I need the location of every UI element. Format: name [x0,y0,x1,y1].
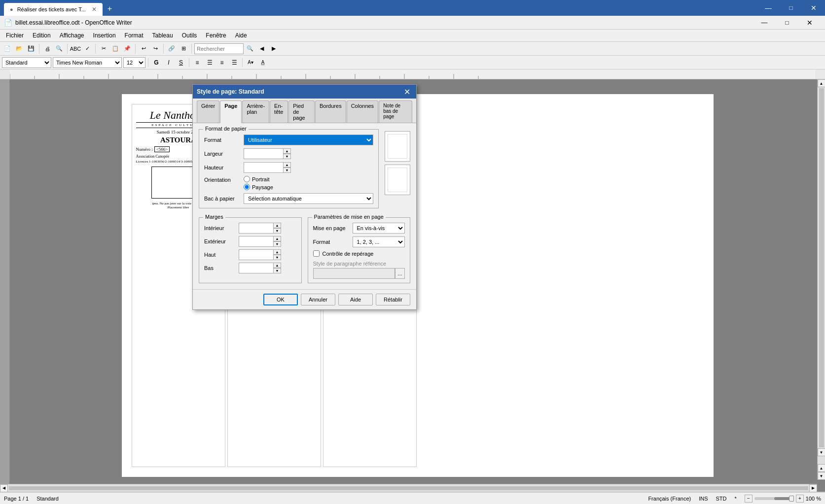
tab-page[interactable]: Page [220,101,242,123]
haut-up[interactable]: ▲ [273,249,281,255]
bas-up[interactable]: ▲ [273,263,281,268]
hauteur-up[interactable]: ▲ [283,162,291,168]
zoom-in[interactable]: + [796,495,804,503]
bas-spinner[interactable]: 0,00 cm ▲ ▼ [239,263,281,273]
tb-print[interactable]: 🖨 [42,43,53,54]
right-scrollbar[interactable]: ▲ ▼ ▲ ▼ [817,79,825,480]
browser-close[interactable]: ✕ [802,0,825,16]
tab-en-tete[interactable]: En-tête [270,101,288,123]
aide-button[interactable]: Aide [338,294,373,305]
new-tab-button[interactable]: + [105,4,115,13]
tb-preview[interactable]: 🔍 [54,43,65,54]
format-num-select[interactable]: 1, 2, 3, ... i, ii, iii, ... I, II, III,… [353,236,405,247]
interieur-down[interactable]: ▼ [273,228,281,234]
tb-search-fwd[interactable]: ▶ [268,43,279,54]
app-maximize[interactable]: □ [776,16,798,30]
ok-button[interactable]: OK [263,294,298,305]
tab-pied-de-page[interactable]: Pied de page [288,101,315,123]
tab-gerer[interactable]: Gérer [197,101,219,123]
underline-button[interactable]: S [176,57,186,68]
menu-outils[interactable]: Outils [178,31,201,40]
exterieur-spinner[interactable]: 0,00 cm ▲ ▼ [239,236,281,247]
browser-maximize[interactable]: □ [780,0,802,16]
style-para-browse[interactable]: … [395,268,405,279]
tb-search[interactable]: 🔍 [245,43,255,54]
dialog-close-button[interactable]: ✕ [402,87,412,97]
scroll-thumb[interactable] [819,88,824,447]
menu-edition[interactable]: Edition [29,31,55,40]
menu-fenetre[interactable]: Fenêtre [202,31,230,40]
scroll-right[interactable]: ▶ [809,484,817,492]
align-left[interactable]: ≡ [192,57,203,68]
tb-hyperlink[interactable]: 🔗 [166,43,177,54]
bas-down[interactable]: ▼ [273,268,281,273]
tb-spell[interactable]: ABC [70,43,81,54]
portrait-option[interactable]: Portrait [244,176,273,182]
tab-note-bas[interactable]: Note de bas de page [379,101,412,123]
menu-fichier[interactable]: Fichier [2,31,28,40]
menu-format[interactable]: Format [121,31,147,40]
menu-aide[interactable]: Aide [231,31,251,40]
bas-input[interactable]: 0,00 cm [239,263,273,273]
scroll-next[interactable]: ▼ [818,472,825,480]
hauteur-spinner[interactable]: 7,44 cm ▲ ▼ [244,162,291,173]
browser-minimize[interactable]: — [757,0,780,16]
tb-copy[interactable]: 📋 [110,43,121,54]
scroll-up[interactable]: ▲ [818,79,825,87]
bottom-scrollbar[interactable]: ◀ ▶ [0,484,817,492]
interieur-input[interactable]: 0,00 cm [239,223,273,234]
app-minimize[interactable]: — [753,16,776,30]
interieur-spinner[interactable]: 0,00 cm ▲ ▼ [239,223,281,234]
tb-redo[interactable]: ↪ [150,43,161,54]
style-para-input[interactable] [313,268,395,279]
portrait-radio[interactable] [244,176,250,182]
menu-affichage[interactable]: Affichage [56,31,88,40]
font-color[interactable]: A [257,57,268,68]
size-select[interactable]: 12 [123,57,145,68]
menu-tableau[interactable]: Tableau [148,31,177,40]
tb-new[interactable]: 📄 [2,43,13,54]
zoom-slider[interactable] [754,497,794,500]
haut-spinner[interactable]: 0,00 cm ▲ ▼ [239,249,281,260]
font-select[interactable]: Times New Roman [53,57,122,68]
tb-spell2[interactable]: ✓ [82,43,93,54]
largeur-spinner[interactable]: 19,45 cm ▲ ▼ [244,148,291,159]
tab-colonnes[interactable]: Colonnes [347,101,378,123]
scroll-down[interactable]: ▼ [818,448,825,456]
zoom-out[interactable]: − [745,495,753,503]
highlight-color[interactable]: A▾ [245,57,256,68]
tb-save[interactable]: 💾 [26,43,36,54]
largeur-input[interactable]: 19,45 cm [244,148,283,159]
tab-close-icon[interactable]: ✕ [92,6,97,13]
tb-search-back[interactable]: ◀ [256,43,267,54]
paysage-radio[interactable] [244,184,250,190]
haut-down[interactable]: ▼ [273,255,281,260]
paysage-option[interactable]: Paysage [244,184,273,190]
zoom-control[interactable]: − + 100 % [745,495,821,503]
tab-bordures[interactable]: Bordures [315,101,346,123]
largeur-up[interactable]: ▲ [283,148,291,154]
italic-button[interactable]: I [163,57,174,68]
align-justify[interactable]: ☰ [229,57,240,68]
annuler-button[interactable]: Annuler [301,294,335,305]
app-close[interactable]: ✕ [798,16,821,30]
interieur-up[interactable]: ▲ [273,223,281,228]
browser-tab[interactable]: ● Réaliser des tickets avec T... ✕ [4,3,103,16]
hscroll-thumb[interactable] [9,486,808,490]
search-input[interactable] [194,43,244,54]
style-select[interactable]: Standard [2,57,51,68]
hauteur-input[interactable]: 7,44 cm [244,162,283,173]
tb-paste[interactable]: 📌 [122,43,133,54]
tb-table[interactable]: ⊞ [178,43,189,54]
exterieur-up[interactable]: ▲ [273,236,281,241]
tab-arriere-plan[interactable]: Arrière-plan [242,101,269,123]
bac-select[interactable]: Sélection automatique [244,193,373,204]
tb-open[interactable]: 📂 [14,43,25,54]
align-center[interactable]: ☰ [204,57,215,68]
scroll-prev[interactable]: ▲ [818,464,825,472]
exterieur-input[interactable]: 0,00 cm [239,236,273,247]
align-right[interactable]: ≡ [216,57,227,68]
menu-insertion[interactable]: Insertion [89,31,120,40]
largeur-down[interactable]: ▼ [283,154,291,159]
hauteur-down[interactable]: ▼ [283,168,291,173]
